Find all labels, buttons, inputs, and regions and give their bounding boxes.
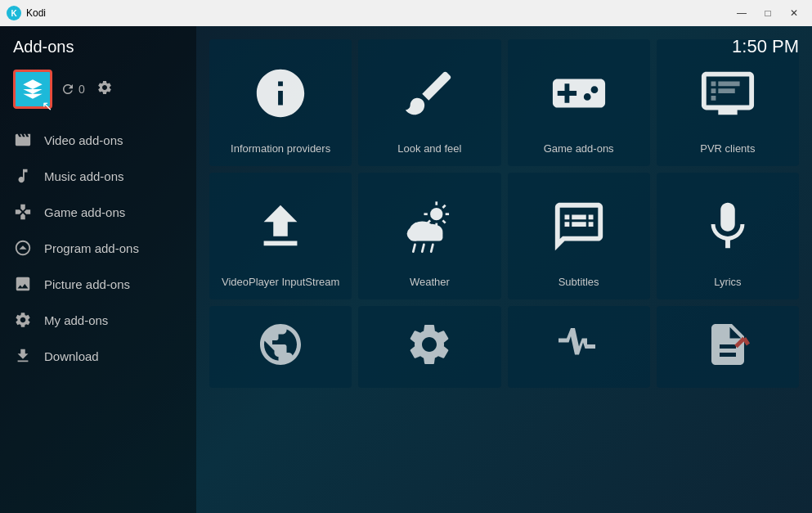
refresh-count: 0 (79, 83, 85, 96)
subtitles-icon (550, 186, 608, 268)
grid-item-lyrics[interactable]: Lyrics (657, 173, 799, 299)
grid-item-game-addons[interactable]: Game add-ons (508, 39, 650, 166)
grid-item-info-providers-label: Information providers (231, 142, 330, 156)
myadd-icon (13, 310, 33, 330)
grid-item-lyrics-label: Lyrics (714, 276, 741, 290)
grid-item-weather-label: Weather (410, 276, 450, 290)
svg-line-7 (443, 220, 446, 223)
game-icon (13, 202, 33, 222)
minimize-button[interactable]: — (730, 5, 753, 21)
addon-grid: Information providers Look and feel (209, 39, 799, 388)
main-content: 1:50 PM Information providers (196, 26, 812, 513)
program-icon (13, 238, 33, 258)
sidebar-item-program[interactable]: Program add-ons (0, 230, 196, 266)
grid-item-settings2[interactable] (358, 306, 500, 388)
grid-item-pvr-label: PVR clients (700, 142, 755, 156)
refresh-button[interactable]: 0 (61, 82, 85, 97)
sidebar-item-download[interactable]: Download (0, 338, 196, 374)
grid-item-pvr[interactable]: PVR clients (657, 39, 799, 166)
sidebar-nav: Video add-ons Music add-ons Game add-ons (0, 122, 196, 513)
grid-item-context[interactable] (657, 306, 799, 388)
heartbeat-icon (554, 319, 603, 370)
sidebar-item-music-label: Music add-ons (44, 169, 124, 183)
app-title: Kodi (26, 7, 46, 19)
svg-point-0 (430, 208, 442, 220)
sidebar-item-myadd[interactable]: My add-ons (0, 302, 196, 338)
svg-line-16 (744, 339, 748, 345)
sidebar-item-game-label: Game add-ons (44, 205, 125, 219)
sidebar-header: Add-ons (0, 26, 196, 65)
gamepad-icon (550, 52, 608, 134)
cursor-icon: ↖ (42, 98, 56, 113)
grid-item-weather[interactable]: Weather (358, 173, 500, 299)
sidebar-item-picture-label: Picture add-ons (44, 277, 130, 291)
grid-item-services[interactable] (209, 306, 352, 388)
clock-display: 1:50 PM (732, 36, 799, 57)
grid-item-subtitles-label: Subtitles (559, 276, 599, 290)
sidebar: Add-ons ↖ 0 (0, 26, 196, 513)
close-button[interactable]: ✕ (783, 5, 805, 21)
sidebar-item-music[interactable]: Music add-ons (0, 158, 196, 194)
title-bar-controls: — □ ✕ (730, 5, 805, 21)
sidebar-item-video[interactable]: Video add-ons (0, 122, 196, 158)
grid-item-videoplayer-label: VideoPlayer InputStream (222, 276, 339, 290)
grid-item-look-feel[interactable]: Look and feel (358, 39, 500, 166)
grid-item-info-providers[interactable]: Information providers (209, 39, 352, 166)
settings-icon (96, 79, 113, 96)
info-circle-icon (252, 52, 309, 134)
grid-item-videoplayer[interactable]: VideoPlayer InputStream (209, 173, 352, 299)
addon-icon-button[interactable]: ↖ (13, 70, 52, 109)
svg-line-13 (423, 245, 424, 252)
kodi-logo: K (7, 6, 21, 20)
sidebar-item-download-label: Download (44, 349, 99, 363)
sidebar-item-program-label: Program add-ons (44, 241, 139, 255)
settings-button[interactable] (96, 79, 113, 99)
gear2-icon (405, 319, 454, 370)
mic-icon (699, 186, 756, 268)
page-title: Add-ons (13, 38, 74, 56)
video-icon (13, 130, 33, 150)
sidebar-item-picture[interactable]: Picture add-ons (0, 266, 196, 302)
sidebar-item-myadd-label: My add-ons (44, 313, 108, 327)
download-icon (13, 346, 33, 366)
list-doc-icon (703, 319, 752, 370)
sidebar-toolbar: ↖ 0 (0, 65, 196, 122)
look-feel-icon (401, 52, 458, 134)
grid-item-look-feel-label: Look and feel (397, 142, 461, 156)
svg-line-12 (414, 245, 415, 252)
weather-icon (401, 186, 458, 268)
refresh-icon (61, 82, 75, 97)
sidebar-item-video-label: Video add-ons (44, 133, 123, 147)
package-icon (21, 78, 44, 101)
svg-rect-11 (410, 230, 442, 241)
grid-item-subtitles[interactable]: Subtitles (508, 173, 650, 299)
pvr-icon (699, 52, 756, 134)
globe-icon (256, 319, 305, 370)
grid-item-monitor[interactable] (508, 306, 650, 388)
app-container: Add-ons ↖ 0 (0, 26, 812, 513)
title-bar: K Kodi — □ ✕ (0, 0, 812, 26)
title-bar-left: K Kodi (7, 6, 46, 20)
music-icon (13, 166, 33, 186)
picture-icon (13, 274, 33, 294)
grid-item-game-addons-label: Game add-ons (544, 142, 614, 156)
svg-line-5 (443, 205, 446, 208)
sidebar-item-game[interactable]: Game add-ons (0, 194, 196, 230)
upload-tray-icon (252, 186, 309, 268)
maximize-button[interactable]: □ (756, 5, 779, 21)
svg-line-14 (432, 245, 433, 252)
